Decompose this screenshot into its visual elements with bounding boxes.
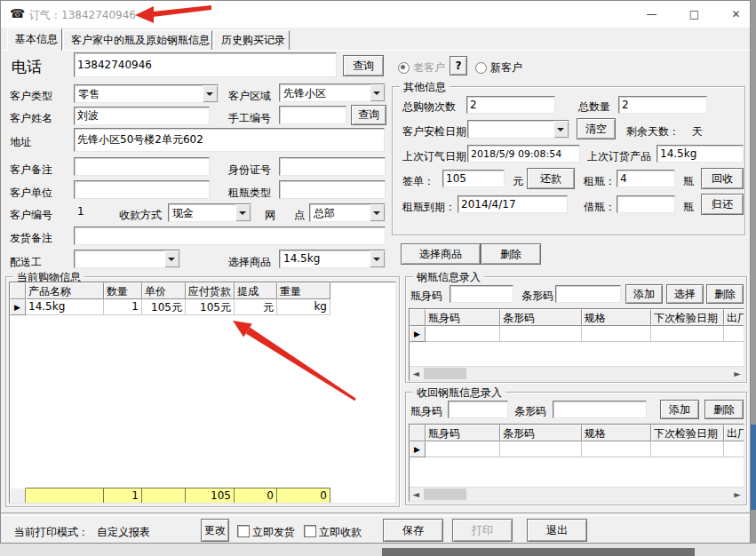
scrollbar-thumb[interactable] (424, 488, 466, 500)
column-header[interactable]: 下次检验日期 (651, 309, 724, 326)
last-order-date-input[interactable] (467, 145, 580, 163)
chevron-down-icon[interactable] (370, 84, 385, 101)
total-purchases-input[interactable] (466, 96, 555, 114)
chevron-down-icon[interactable] (370, 204, 385, 221)
chevron-down-icon[interactable] (553, 121, 569, 138)
repay-button[interactable]: 还款 (527, 168, 575, 189)
customer-note-input[interactable] (74, 157, 210, 176)
column-header[interactable]: 单价 (142, 282, 186, 299)
chevron-down-icon[interactable] (235, 204, 251, 221)
recovered-barcode-input[interactable] (553, 401, 647, 418)
manual-query-button[interactable]: 查询 (351, 105, 386, 125)
barcode-input[interactable] (555, 285, 621, 303)
print-button[interactable]: 打印 (452, 519, 513, 542)
phone-label: 电话 (12, 57, 42, 77)
title-bar[interactable]: ☎ 订气：13842740946 — □ ✕ (1, 1, 750, 28)
purchase-table[interactable]: 产品名称 数量 单价 应付货款 提成 重量 ▶ 14.5kg 1 105元 10… (9, 282, 396, 504)
scroll-right-icon[interactable]: ► (731, 368, 744, 379)
manual-no-input[interactable] (279, 106, 346, 124)
customer-unit-input[interactable] (74, 180, 210, 199)
tab-history[interactable]: 历史购买记录 (213, 30, 290, 50)
column-header[interactable]: 瓶身码 (426, 425, 500, 441)
maximize-button[interactable]: □ (674, 1, 714, 28)
recovered-add-button[interactable]: 添加 (660, 400, 699, 419)
customer-type-select[interactable]: 零售 (74, 84, 219, 103)
total-qty-input[interactable] (618, 96, 707, 114)
clear-button[interactable]: 清空 (577, 118, 616, 139)
telephone-icon: ☎ (10, 6, 25, 20)
return-button[interactable]: 归还 (701, 194, 744, 215)
customer-area-select[interactable]: 先锋小区 (279, 83, 386, 102)
minimize-button[interactable]: — (632, 1, 672, 28)
cylinder-add-button[interactable]: 添加 (625, 284, 663, 304)
chevron-down-icon[interactable] (203, 85, 218, 102)
select-product-select[interactable]: 14.5kg (279, 250, 386, 268)
last-product-input[interactable] (657, 145, 744, 163)
scroll-left-icon[interactable]: ◄ (410, 368, 422, 379)
column-header[interactable]: 规格 (582, 425, 651, 441)
recycle-button[interactable]: 回收 (701, 168, 744, 189)
horizontal-scrollbar[interactable]: ◄ ► (410, 366, 744, 380)
ship-note-input[interactable] (74, 226, 386, 245)
payment-select[interactable]: 现金 (168, 203, 251, 222)
branch-select[interactable]: 总部 (309, 203, 386, 222)
exit-button[interactable]: 退出 (527, 519, 587, 542)
column-header[interactable]: 提成 (235, 282, 277, 299)
recovered-bottle-code-input[interactable] (448, 401, 508, 418)
customer-name-input[interactable] (74, 107, 210, 125)
rent-due-input[interactable] (458, 195, 568, 213)
address-input[interactable] (74, 128, 385, 152)
tab-basic-info[interactable]: 基本信息 (7, 28, 62, 51)
row-selector-header (10, 282, 26, 299)
horizontal-scrollbar[interactable]: ◄ ► (410, 487, 744, 501)
new-customer-radio[interactable] (475, 62, 487, 74)
recovered-table[interactable]: 瓶身码 条形码 规格 下次检验日期 出厂 ▶ ◄ ► (409, 424, 744, 502)
column-header[interactable]: 数量 (104, 282, 142, 299)
table-row[interactable]: ▶ 14.5kg 1 105元 105元 元 kg (10, 299, 395, 315)
old-customer-radio[interactable] (398, 62, 410, 74)
cylinder-delete-button[interactable]: 删除 (706, 284, 744, 304)
close-button[interactable]: ✕ (716, 1, 756, 28)
chevron-down-icon[interactable] (164, 250, 179, 267)
collect-now-checkbox[interactable] (304, 525, 316, 537)
column-header[interactable]: 应付货款 (186, 282, 235, 299)
chevron-down-icon[interactable] (370, 250, 385, 267)
column-header[interactable]: 条形码 (500, 309, 582, 326)
ship-now-checkbox[interactable] (237, 525, 250, 537)
column-header[interactable]: 出厂 (724, 309, 744, 326)
phone-input[interactable] (74, 52, 337, 77)
column-header[interactable]: 产品名称 (26, 282, 104, 299)
table-row[interactable]: ▶ (410, 326, 744, 342)
save-button[interactable]: 保存 (383, 519, 443, 542)
rent-input[interactable] (617, 170, 675, 187)
column-header[interactable]: 重量 (277, 282, 330, 299)
table-cell (582, 326, 651, 342)
column-header[interactable]: 条形码 (500, 425, 582, 441)
bottle-code-input[interactable] (450, 285, 513, 303)
help-button[interactable]: ? (450, 56, 467, 75)
change-button[interactable]: 更改 (201, 519, 229, 542)
rent-type-input[interactable] (279, 180, 386, 199)
column-header[interactable]: 下次检验日期 (651, 425, 724, 441)
id-number-input[interactable] (279, 157, 386, 176)
phone-query-button[interactable]: 查询 (343, 55, 384, 76)
table-row[interactable]: ▶ (410, 441, 744, 457)
column-header[interactable]: 瓶身码 (426, 309, 500, 326)
column-header[interactable]: 出厂 (724, 425, 744, 441)
safety-date-select[interactable] (467, 120, 569, 139)
scroll-right-icon[interactable]: ► (731, 488, 744, 500)
row-selector-header (410, 425, 426, 441)
delete-product-button[interactable]: 删除 (481, 243, 541, 265)
borrow-input[interactable] (617, 195, 675, 213)
delivery-select[interactable] (74, 250, 180, 268)
cylinder-table[interactable]: 瓶身码 条形码 规格 下次检验日期 出厂 ▶ ◄ ► (409, 308, 744, 381)
barcode-label: 条形码 (521, 289, 553, 304)
scroll-left-icon[interactable]: ◄ (410, 488, 422, 500)
cylinder-select-button[interactable]: 选择 (666, 284, 704, 304)
tab-customer-cylinders[interactable]: 客户家中的瓶及原始钢瓶信息 (63, 30, 212, 50)
choose-product-button[interactable]: 选择商品 (401, 243, 481, 265)
scrollbar-thumb[interactable] (424, 368, 466, 379)
column-header[interactable]: 规格 (582, 309, 651, 326)
recovered-delete-button[interactable]: 删除 (704, 400, 744, 419)
sign-input[interactable] (442, 170, 505, 187)
